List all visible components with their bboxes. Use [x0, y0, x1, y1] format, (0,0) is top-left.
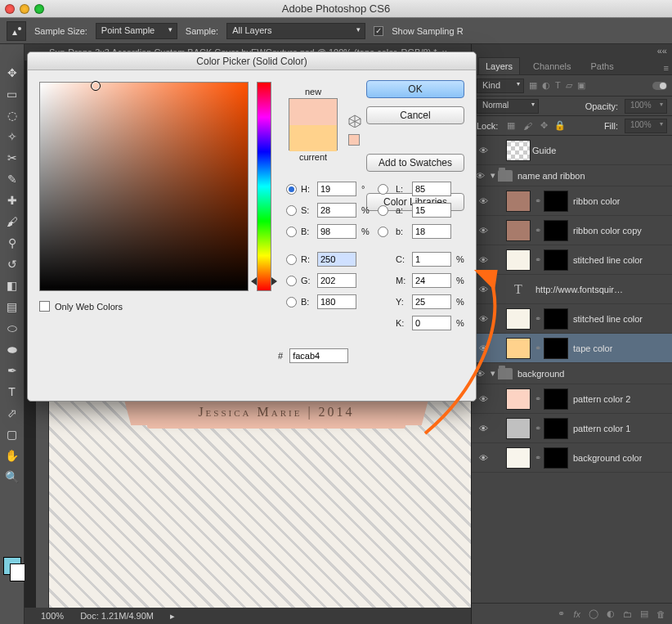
radio-bc[interactable] — [286, 297, 297, 308]
disclosure-triangle-icon[interactable]: ▾ — [488, 368, 498, 379]
layer-group[interactable]: 👁 ▾ background — [472, 363, 672, 384]
status-chevron-icon[interactable]: ▸ — [170, 611, 175, 622]
visibility-toggle[interactable]: 👁 — [475, 343, 491, 353]
layer-group[interactable]: 👁 ▾ name and ribbon — [472, 165, 672, 186]
layer-row[interactable]: 👁 ⚭ stitched line color — [472, 304, 672, 334]
websafe-swatch[interactable] — [348, 134, 360, 146]
panel-menu-icon[interactable]: ≡ — [661, 61, 672, 74]
panel-collapse-icon[interactable]: «« — [657, 46, 667, 56]
gamut-warning-icon[interactable] — [348, 114, 361, 128]
sample-select[interactable]: All Layers — [226, 23, 365, 39]
layer-name[interactable]: ribbon color — [573, 196, 620, 206]
layer-name[interactable]: tape color — [573, 343, 612, 353]
visibility-toggle[interactable]: 👁 — [475, 146, 491, 155]
filter-pixel-icon[interactable]: ▦ — [529, 80, 537, 91]
layer-name[interactable]: Guide — [532, 146, 556, 155]
filter-type-icon[interactable]: T — [555, 80, 561, 91]
layer-mask-icon[interactable]: ◯ — [589, 608, 598, 619]
eyedropper-tool[interactable]: ✎ — [2, 170, 22, 188]
tab-channels[interactable]: Channels — [526, 58, 577, 74]
radio-b[interactable] — [378, 227, 388, 237]
history-brush-tool[interactable]: ↺ — [2, 255, 22, 273]
lock-position-icon[interactable]: ✥ — [537, 120, 550, 131]
filter-adjust-icon[interactable]: ◐ — [542, 80, 550, 91]
input-a[interactable] — [412, 203, 451, 218]
layer-name[interactable]: stitched line color — [573, 314, 643, 324]
add-to-swatches-button[interactable]: Add to Swatches — [366, 154, 464, 172]
close-window-button[interactable] — [5, 4, 15, 14]
layer-row[interactable]: 👁 ⚭ stitched line color — [472, 245, 672, 275]
filter-shape-icon[interactable]: ▱ — [566, 80, 572, 91]
filter-kind-select[interactable]: Kind — [477, 79, 524, 93]
layer-mask-thumbnail[interactable] — [544, 447, 568, 469]
only-web-colors-checkbox[interactable] — [39, 301, 50, 312]
new-layer-icon[interactable]: ▤ — [640, 608, 648, 619]
gradient-tool[interactable]: ▤ — [2, 298, 22, 316]
input-bv[interactable] — [317, 224, 356, 239]
lock-all-icon[interactable]: 🔒 — [553, 120, 567, 131]
lock-pixels-icon[interactable]: 🖌 — [521, 121, 534, 131]
radio-g[interactable] — [286, 276, 297, 286]
brush-tool[interactable]: 🖌 — [2, 213, 22, 231]
layer-mask-thumbnail[interactable] — [544, 388, 568, 410]
input-c[interactable] — [412, 252, 451, 267]
minimize-window-button[interactable] — [20, 4, 29, 14]
cancel-button[interactable]: Cancel — [366, 106, 464, 124]
type-tool[interactable]: T — [2, 383, 22, 401]
tab-layers[interactable]: Layers — [478, 57, 520, 74]
radio-bv[interactable] — [286, 227, 297, 237]
lasso-tool[interactable]: ◌ — [2, 106, 22, 124]
input-bc[interactable] — [317, 294, 356, 309]
disclosure-triangle-icon[interactable]: ▾ — [488, 170, 498, 181]
layer-mask-thumbnail[interactable] — [544, 338, 568, 359]
radio-l[interactable] — [378, 184, 388, 195]
sample-size-select[interactable]: Point Sample — [96, 23, 177, 39]
tool-preset-picker[interactable] — [7, 21, 26, 41]
layer-thumbnail[interactable] — [506, 447, 531, 469]
layer-thumbnail[interactable] — [506, 418, 531, 439]
zoom-tool[interactable]: 🔍 — [2, 468, 22, 486]
delete-layer-icon[interactable]: 🗑 — [656, 609, 665, 619]
layer-row[interactable]: 👁 ⚭ pattern color 2 — [472, 384, 672, 414]
layer-thumbnail[interactable] — [506, 191, 531, 212]
ok-button[interactable]: OK — [366, 80, 464, 98]
fill-field[interactable]: 100% — [625, 119, 667, 133]
input-b[interactable] — [412, 224, 451, 239]
maximize-window-button[interactable] — [34, 4, 44, 14]
input-m[interactable] — [412, 273, 451, 288]
layer-row[interactable]: 👁 ⚭ background color — [472, 443, 672, 473]
adjustment-layer-icon[interactable]: ◐ — [607, 608, 615, 619]
crop-tool[interactable]: ✂ — [2, 149, 22, 167]
stamp-tool[interactable]: ⚲ — [2, 234, 22, 252]
visibility-toggle[interactable]: 👁 — [475, 226, 491, 236]
color-field[interactable] — [39, 82, 249, 291]
layer-name[interactable]: stitched line color — [573, 255, 643, 265]
layer-thumbnail[interactable] — [506, 308, 531, 330]
move-tool[interactable]: ✥ — [2, 64, 22, 82]
layer-name[interactable]: background color — [573, 453, 642, 463]
layer-name[interactable]: background — [517, 369, 565, 379]
dodge-tool[interactable]: ⬬ — [2, 340, 22, 358]
radio-h[interactable] — [286, 184, 297, 195]
layer-mask-thumbnail[interactable] — [544, 191, 568, 212]
filter-toggle-switch[interactable] — [652, 82, 667, 90]
visibility-toggle[interactable]: 👁 — [475, 255, 491, 265]
layer-thumbnail[interactable] — [506, 249, 531, 271]
visibility-toggle[interactable]: 👁 — [475, 394, 491, 404]
visibility-toggle[interactable]: 👁 — [475, 285, 491, 294]
layer-row[interactable]: 👁 ⚭ ribbon color copy — [472, 216, 672, 245]
layer-thumbnail[interactable] — [506, 220, 531, 241]
visibility-toggle[interactable]: 👁 — [475, 314, 491, 324]
hue-slider[interactable] — [257, 82, 271, 291]
rectangle-tool[interactable]: ▢ — [2, 425, 22, 443]
layer-name[interactable]: ribbon color copy — [573, 226, 642, 236]
input-y[interactable] — [412, 294, 451, 309]
layer-name[interactable]: http://www.fontsquirrel.com... — [535, 285, 625, 294]
visibility-toggle[interactable]: 👁 — [475, 196, 491, 206]
opacity-field[interactable]: 100% — [625, 99, 667, 114]
marquee-tool[interactable]: ▭ — [2, 85, 22, 103]
layer-name[interactable]: name and ribbon — [517, 171, 585, 181]
visibility-toggle[interactable]: 👁 — [475, 453, 491, 463]
blend-mode-select[interactable]: Normal — [477, 99, 539, 114]
tab-paths[interactable]: Paths — [585, 58, 620, 74]
